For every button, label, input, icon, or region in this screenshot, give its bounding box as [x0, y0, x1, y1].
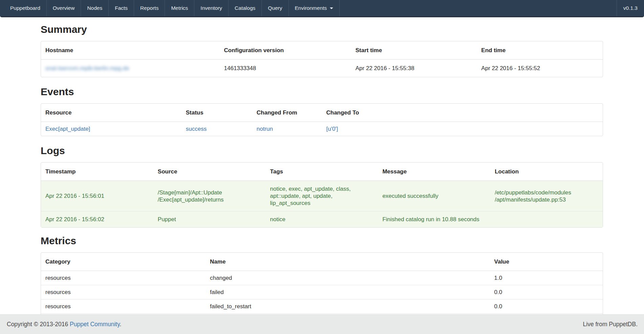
metric-row: resources failed 0.0	[41, 285, 603, 299]
navbar-menu: Puppetboard Overview Nodes Facts Reports…	[0, 0, 340, 16]
logs-col-message: Message	[378, 163, 490, 181]
log-message: executed successfully	[378, 181, 490, 211]
log-source: /Stage[main]/Apt::Update /Exec[apt_updat…	[153, 181, 266, 211]
metrics-col-category: Category	[41, 253, 206, 271]
logs-col-tags: Tags	[266, 163, 378, 181]
events-col-changed-to: Changed To	[322, 104, 603, 122]
metric-row: resources failed_to_restart 0.0	[41, 299, 603, 314]
metric-category: resources	[41, 299, 206, 314]
version-label: v0.1.3	[617, 0, 644, 16]
event-resource-link[interactable]: Exec[apt_update]	[45, 126, 90, 132]
nav-dropdown-environments[interactable]: Environments	[289, 0, 340, 16]
footer-copyright-period: .	[120, 321, 122, 328]
logs-col-source: Source	[153, 163, 266, 181]
end-time-value: Apr 22 2016 - 15:55:52	[477, 60, 603, 77]
events-header-row: Resource Status Changed From Changed To	[41, 104, 603, 122]
metrics-section: Metrics Category Name Value resources ch…	[41, 235, 603, 320]
events-heading: Events	[41, 86, 603, 97]
nav-item-metrics[interactable]: Metrics	[165, 0, 194, 16]
top-navbar: Puppetboard Overview Nodes Facts Reports…	[0, 0, 644, 17]
logs-col-timestamp: Timestamp	[41, 163, 153, 181]
summary-table: Hostname Configuration version Start tim…	[41, 41, 603, 77]
config-version-value: 1461333348	[220, 60, 351, 77]
metrics-heading: Metrics	[41, 235, 603, 246]
main-content: Summary Hostname Configuration version S…	[41, 24, 603, 320]
metric-category: resources	[41, 285, 206, 299]
metrics-col-name: Name	[206, 253, 490, 271]
event-status-link[interactable]: success	[186, 126, 207, 132]
logs-header-row: Timestamp Source Tags Message Location	[41, 163, 603, 181]
event-changed-from-link[interactable]: notrun	[257, 126, 273, 132]
log-location	[490, 211, 603, 227]
hostname-link[interactable]: snat-tservvm.mpib-berlin.mpg.de	[45, 65, 129, 71]
summary-col-hostname: Hostname	[41, 41, 220, 60]
events-col-status: Status	[181, 104, 252, 122]
summary-col-start-time: Start time	[351, 41, 477, 60]
nav-item-overview[interactable]: Overview	[47, 0, 81, 16]
event-row: Exec[apt_update] success notrun [u'0']	[41, 122, 603, 136]
nav-item-nodes[interactable]: Nodes	[81, 0, 109, 16]
metric-row: resources changed 1.0	[41, 271, 603, 285]
log-location: /etc/puppetlabs/code/modules /apt/manife…	[490, 181, 603, 211]
log-tags: notice, exec, apt_update, class, apt::up…	[266, 181, 378, 211]
metric-value: 0.0	[490, 285, 603, 299]
metric-name: changed	[206, 271, 490, 285]
summary-row: snat-tservvm.mpib-berlin.mpg.de 14613333…	[41, 60, 603, 77]
footer-copyright-text: Copyright © 2013-2016	[7, 321, 70, 328]
logs-section: Logs Timestamp Source Tags Message Locat…	[41, 145, 603, 228]
log-timestamp: Apr 22 2016 - 15:56:02	[41, 211, 153, 227]
metrics-header-row: Category Name Value	[41, 253, 603, 271]
caret-down-icon	[330, 7, 333, 9]
footer-puppetdb-status: Live from PuppetDB.	[583, 321, 638, 328]
event-changed-to-link[interactable]: [u'0']	[326, 126, 338, 132]
nav-item-reports[interactable]: Reports	[134, 0, 165, 16]
logs-table: Timestamp Source Tags Message Location A…	[41, 162, 603, 228]
logs-col-location: Location	[490, 163, 603, 181]
start-time-value: Apr 22 2016 - 15:55:38	[351, 60, 477, 77]
log-row: Apr 22 2016 - 15:56:01 /Stage[main]/Apt:…	[41, 181, 603, 211]
summary-heading: Summary	[41, 24, 603, 35]
metric-category: resources	[41, 271, 206, 285]
log-timestamp: Apr 22 2016 - 15:56:01	[41, 181, 153, 211]
summary-header-row: Hostname Configuration version Start tim…	[41, 41, 603, 60]
nav-item-facts[interactable]: Facts	[109, 0, 134, 16]
summary-section: Summary Hostname Configuration version S…	[41, 24, 603, 77]
log-source: Puppet	[153, 211, 266, 227]
nav-item-catalogs[interactable]: Catalogs	[229, 0, 262, 16]
logs-heading: Logs	[41, 145, 603, 156]
log-tags: notice	[266, 211, 378, 227]
summary-col-end-time: End time	[477, 41, 603, 60]
puppet-community-link[interactable]: Puppet Community	[70, 321, 120, 328]
nav-item-query[interactable]: Query	[262, 0, 288, 16]
summary-col-config-version: Configuration version	[220, 41, 351, 60]
footer-copyright: Copyright © 2013-2016 Puppet Community.	[7, 321, 121, 328]
navbar-brand[interactable]: Puppetboard	[4, 0, 47, 16]
metric-name: failed_to_restart	[206, 299, 490, 314]
metrics-table: Category Name Value resources changed 1.…	[41, 252, 603, 320]
environments-dropdown-label: Environments	[295, 5, 327, 11]
metrics-col-value: Value	[490, 253, 603, 271]
events-col-resource: Resource	[41, 104, 181, 122]
navbar-spacer	[340, 0, 616, 16]
log-row: Apr 22 2016 - 15:56:02 Puppet notice Fin…	[41, 211, 603, 227]
log-message: Finished catalog run in 10.88 seconds	[378, 211, 490, 227]
metric-name: failed	[206, 285, 490, 299]
metric-value: 1.0	[490, 271, 603, 285]
nav-item-inventory[interactable]: Inventory	[194, 0, 229, 16]
events-col-changed-from: Changed From	[252, 104, 322, 122]
navbar-brand-link[interactable]: Puppetboard	[4, 0, 46, 16]
events-section: Events Resource Status Changed From Chan…	[41, 86, 603, 136]
metric-value: 0.0	[490, 299, 603, 314]
events-table: Resource Status Changed From Changed To …	[41, 103, 603, 136]
page-footer: Copyright © 2013-2016 Puppet Community. …	[0, 314, 644, 334]
